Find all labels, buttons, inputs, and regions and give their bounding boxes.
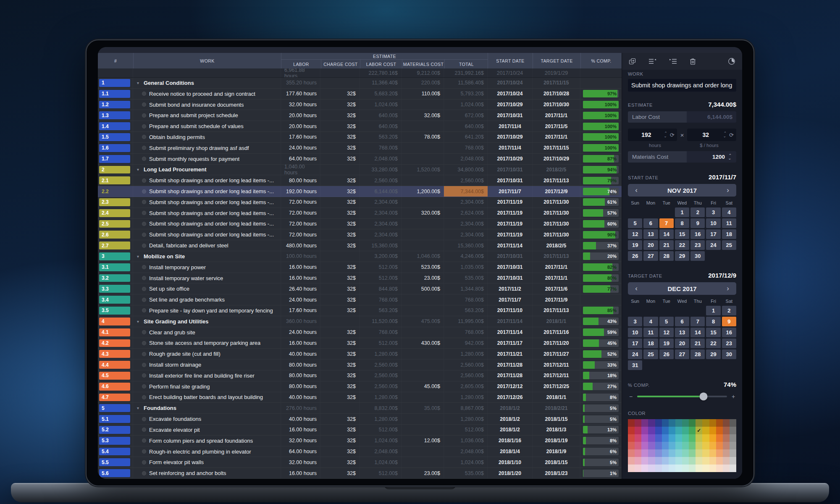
calendar-day[interactable]: 26: [628, 251, 642, 261]
rate-reset-icon[interactable]: ⟳: [729, 132, 734, 138]
calendar-day[interactable]: 2: [722, 306, 736, 315]
color-swatch[interactable]: [696, 442, 702, 449]
pct-cell[interactable]: 85%: [580, 305, 622, 316]
color-swatch[interactable]: [628, 434, 635, 442]
color-swatch[interactable]: [641, 442, 648, 449]
total-cell[interactable]: 942.00$: [444, 338, 488, 349]
color-swatch[interactable]: [675, 457, 682, 465]
color-swatch[interactable]: [730, 434, 736, 442]
color-swatch[interactable]: [682, 427, 689, 434]
calendar-day[interactable]: 21: [659, 240, 674, 250]
labor-cost-cell[interactable]: 2,048.00$: [360, 154, 402, 164]
charge-cost-cell[interactable]: 32$: [320, 327, 360, 338]
row-number-cell[interactable]: 2.2: [98, 186, 133, 197]
work-cell[interactable]: Obtain building permits: [133, 132, 281, 142]
start-date-cell[interactable]: 2017/11/21: [488, 349, 533, 359]
target-date-cell[interactable]: 2017/11/30: [533, 197, 580, 207]
labor-cost-cell[interactable]: 2,560.00$: [360, 360, 402, 370]
start-date-cell[interactable]: 2018/1/2: [488, 414, 533, 424]
col-header-labor-cost[interactable]: LABOR COST: [360, 60, 402, 68]
labor-cell[interactable]: 24.00 hours: [281, 327, 320, 338]
calendar-day[interactable]: 6: [643, 218, 658, 228]
work-cell[interactable]: ▾Mobilize on Site: [133, 251, 281, 262]
prev-month-button[interactable]: ‹: [632, 284, 640, 293]
total-cell[interactable]: 11,586.40$: [444, 78, 488, 88]
table-row[interactable]: 4.7Erect building batter boards and layo…: [98, 392, 622, 403]
calendar-day[interactable]: 27: [643, 251, 658, 261]
hours-reset-icon[interactable]: ⟳: [670, 132, 675, 138]
calendar-day[interactable]: 18: [643, 339, 658, 348]
calendar-day[interactable]: 14: [659, 229, 674, 239]
start-date-cell[interactable]: 2017/11/7: [488, 294, 533, 305]
labor-cell[interactable]: 64.00 hours: [281, 154, 320, 164]
color-swatch[interactable]: [702, 419, 709, 427]
target-date-cell[interactable]: 2018/2/5: [533, 240, 580, 251]
color-swatch[interactable]: [669, 434, 675, 442]
calendar-day[interactable]: 14: [690, 328, 705, 337]
progress-bar[interactable]: 90%: [583, 231, 619, 239]
slider-minus-icon[interactable]: −: [628, 393, 634, 400]
target-date-cell[interactable]: 2018/2/5: [533, 165, 580, 175]
labor-cost-cell[interactable]: 1,280.00$: [360, 392, 402, 403]
target-date-cell[interactable]: 2017/11/30: [533, 208, 580, 218]
start-date-cell[interactable]: 2017/10/31: [488, 165, 533, 175]
target-date-cell[interactable]: 2017/11/5: [533, 121, 580, 131]
row-number-cell[interactable]: 2.3: [98, 197, 133, 207]
start-date-cell[interactable]: 2017/11/4: [488, 121, 533, 131]
charge-cost-cell[interactable]: 32$: [320, 100, 360, 110]
charge-cost-cell[interactable]: 32$: [320, 89, 360, 99]
pct-cell[interactable]: 100%: [580, 143, 622, 153]
target-date-cell[interactable]: 2017/10/30: [533, 100, 580, 110]
progress-bar[interactable]: 8%: [583, 394, 619, 401]
total-cell[interactable]: 2,048.00$: [444, 446, 488, 457]
color-swatch[interactable]: [669, 442, 675, 449]
disclosure-triangle-icon[interactable]: ▾: [135, 319, 141, 324]
labor-cell[interactable]: 480.00 hours: [281, 240, 320, 251]
calendar-day[interactable]: 1: [706, 306, 720, 315]
charge-cost-cell[interactable]: 32$: [320, 338, 360, 349]
materials-cost-cell[interactable]: 35.00$: [402, 403, 444, 413]
labor-cell[interactable]: 16.00 hours: [281, 273, 320, 284]
clock-icon[interactable]: [728, 58, 735, 65]
total-cell[interactable]: 2,304.00$: [444, 197, 488, 207]
start-date-cell[interactable]: 2017/10/31: [488, 251, 533, 262]
col-header-start-date[interactable]: START DATE: [488, 53, 533, 68]
target-date-cell[interactable]: 2018/2/21: [533, 403, 580, 413]
table-row[interactable]: 1.2Submit bond and insurance documents32…: [98, 100, 622, 110]
progress-bar[interactable]: 5%: [583, 415, 619, 423]
color-swatch[interactable]: [730, 442, 736, 449]
start-date-cell[interactable]: 2017/10/24: [488, 89, 533, 99]
labor-cell[interactable]: 16.00 hours: [281, 425, 320, 435]
row-number-cell[interactable]: 1.6: [98, 143, 133, 153]
pct-cell[interactable]: 13%: [580, 425, 622, 435]
pct-cell[interactable]: 5%: [580, 457, 622, 467]
materials-cost-cell[interactable]: 220.00$: [402, 78, 444, 88]
charge-cost-cell[interactable]: 32$: [320, 219, 360, 229]
total-cell[interactable]: 4,246.00$: [444, 251, 488, 262]
work-cell[interactable]: Install temporary water service: [133, 273, 281, 284]
color-swatch[interactable]: [716, 419, 723, 427]
start-date-cell[interactable]: 2017/10/29: [488, 132, 533, 142]
table-row[interactable]: 1.4Prepare and submit schedule of values…: [98, 121, 622, 132]
row-number-cell[interactable]: 5.6: [98, 468, 133, 478]
labor-cost-cell[interactable]: 2,304.00$: [360, 197, 402, 207]
color-swatch-selected[interactable]: ✓: [696, 427, 702, 434]
start-date-cell[interactable]: 2017/11/7: [488, 186, 533, 197]
work-cell[interactable]: Install exterior fire line and building …: [133, 370, 281, 381]
charge-cost-cell[interactable]: 32$: [320, 284, 360, 294]
start-date-cell[interactable]: 2017/11/17: [488, 338, 533, 349]
calendar-day[interactable]: 24: [628, 349, 642, 359]
work-input[interactable]: [628, 79, 736, 92]
color-swatch[interactable]: [655, 449, 662, 457]
pct-cell[interactable]: 100%: [580, 110, 622, 121]
color-swatch[interactable]: [655, 465, 662, 472]
table-row[interactable]: 2.4Submit shop drawings and order long l…: [98, 208, 622, 219]
start-date-cell[interactable]: 2017/11/14: [488, 316, 533, 327]
total-cell[interactable]: 768.00$: [444, 294, 488, 305]
labor-cost-cell[interactable]: 512.00$: [360, 273, 402, 284]
labor-cost-cell[interactable]: 11,520.00$: [360, 316, 402, 327]
calendar-day[interactable]: 23: [722, 339, 736, 348]
color-swatch[interactable]: [641, 434, 648, 442]
row-number-cell[interactable]: 5.1: [98, 414, 133, 424]
color-swatch[interactable]: [716, 465, 723, 472]
